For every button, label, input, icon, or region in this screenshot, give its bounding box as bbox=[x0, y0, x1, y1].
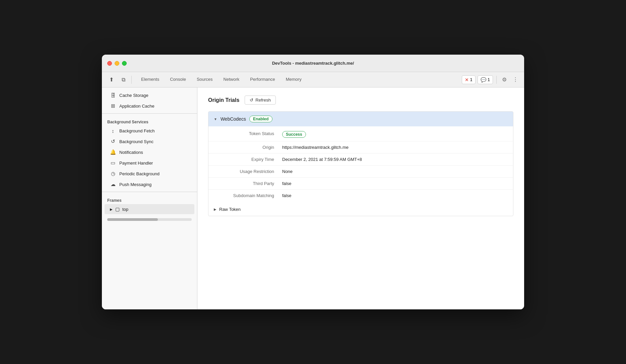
window-title: DevTools - mediastreamtrack.glitch.me/ bbox=[272, 61, 354, 66]
cursor-tool-button[interactable]: ⬆ bbox=[106, 74, 117, 85]
sidebar-item-notifications[interactable]: 🔔 Notifications bbox=[102, 147, 197, 158]
tab-network[interactable]: Network bbox=[218, 75, 245, 84]
sidebar-item-cache-storage[interactable]: 🗄 Cache Storage bbox=[102, 90, 197, 101]
sidebar-item-push-messaging[interactable]: ☁ Push Messaging bbox=[102, 179, 197, 190]
sidebar-item-notifications-label: Notifications bbox=[119, 150, 143, 155]
traffic-lights bbox=[107, 61, 127, 66]
third-party-value: false bbox=[282, 181, 291, 186]
folder-icon: ▢ bbox=[115, 206, 120, 212]
raw-token-row[interactable]: ▶ Raw Token bbox=[208, 203, 513, 216]
error-badge-button[interactable]: ✕ 1 bbox=[462, 75, 476, 84]
sidebar-divider-2 bbox=[102, 192, 197, 192]
tab-sources[interactable]: Sources bbox=[191, 75, 218, 84]
sidebar-item-payment-handler[interactable]: ▭ Payment Handler bbox=[102, 158, 197, 168]
content-header: Origin Trials ↺ Refresh bbox=[208, 96, 513, 105]
push-messaging-icon: ☁ bbox=[110, 181, 116, 187]
toolbar-right: ✕ 1 💬 1 ⚙ ⋮ bbox=[462, 75, 520, 84]
sidebar-item-application-cache-label: Application Cache bbox=[119, 104, 154, 109]
refresh-label: Refresh bbox=[255, 98, 271, 103]
detail-row-expiry: Expiry Time December 2, 2021 at 7:59:59 … bbox=[208, 154, 513, 166]
sidebar-item-background-fetch[interactable]: ↕ Background Fetch bbox=[102, 126, 197, 136]
token-status-label: Token Status bbox=[208, 131, 282, 136]
background-sync-icon: ↺ bbox=[110, 138, 116, 144]
titlebar: DevTools - mediastreamtrack.glitch.me/ bbox=[102, 55, 524, 72]
toolbar-sep-right bbox=[496, 76, 497, 84]
background-services-header: Background Services bbox=[102, 116, 197, 126]
subdomain-matching-value: false bbox=[282, 193, 291, 198]
sidebar-item-periodic-background-label: Periodic Background bbox=[119, 171, 160, 176]
sidebar-scrollbar[interactable] bbox=[107, 218, 192, 221]
success-badge: Success bbox=[282, 131, 306, 138]
raw-token-triangle-icon: ▶ bbox=[214, 207, 216, 211]
trial-name: WebCodecs bbox=[221, 116, 246, 122]
raw-token-label: Raw Token bbox=[219, 207, 241, 212]
sidebar: 🗄 Cache Storage ⊞ Application Cache Back… bbox=[102, 87, 197, 309]
frames-top-label: top bbox=[122, 207, 128, 212]
close-button[interactable] bbox=[107, 61, 112, 66]
trial-item-webcodecs: ▼ WebCodecs Enabled Token Status Success bbox=[208, 111, 513, 216]
enabled-badge: Enabled bbox=[249, 116, 272, 122]
info-count: 1 bbox=[488, 77, 490, 82]
detail-row-subdomain-matching: Subdomain Matching false bbox=[208, 190, 513, 201]
sidebar-item-cache-storage-label: Cache Storage bbox=[119, 93, 148, 98]
application-cache-icon: ⊞ bbox=[110, 103, 116, 109]
triangle-right-icon: ▶ bbox=[110, 207, 113, 211]
device-toolbar-button[interactable]: ⧉ bbox=[118, 74, 129, 85]
info-icon: 💬 bbox=[481, 77, 486, 82]
detail-row-origin: Origin https://mediastreamtrack.glitch.m… bbox=[208, 141, 513, 154]
subdomain-matching-label: Subdomain Matching bbox=[208, 193, 282, 198]
toolbar-tabs: Elements Console Sources Network Perform… bbox=[136, 75, 307, 84]
tab-elements[interactable]: Elements bbox=[136, 75, 165, 84]
minimize-button[interactable] bbox=[115, 61, 119, 66]
devtools-window: DevTools - mediastreamtrack.glitch.me/ ⬆… bbox=[102, 55, 524, 309]
cursor-icon: ⬆ bbox=[109, 76, 114, 83]
main-layout: 🗄 Cache Storage ⊞ Application Cache Back… bbox=[102, 87, 524, 309]
sidebar-item-push-messaging-label: Push Messaging bbox=[119, 182, 151, 187]
device-icon: ⧉ bbox=[122, 77, 125, 83]
origin-value: https://mediastreamtrack.glitch.me bbox=[282, 145, 349, 150]
page-title: Origin Trials bbox=[208, 97, 239, 103]
frames-header: Frames bbox=[102, 194, 197, 204]
third-party-label: Third Party bbox=[208, 181, 282, 186]
tab-console[interactable]: Console bbox=[165, 75, 191, 84]
background-fetch-icon: ↕ bbox=[110, 128, 116, 134]
periodic-bg-icon: ◷ bbox=[110, 171, 116, 177]
trial-header[interactable]: ▼ WebCodecs Enabled bbox=[208, 112, 513, 126]
refresh-button[interactable]: ↺ Refresh bbox=[245, 96, 276, 105]
sidebar-item-payment-handler-label: Payment Handler bbox=[119, 161, 153, 166]
sidebar-item-frames-top[interactable]: ▶ ▢ top bbox=[105, 204, 194, 214]
usage-restriction-value: None bbox=[282, 169, 293, 174]
error-icon: ✕ bbox=[465, 77, 469, 82]
sidebar-item-background-sync-label: Background Sync bbox=[119, 139, 153, 144]
sidebar-item-background-fetch-label: Background Fetch bbox=[119, 128, 155, 133]
usage-restriction-label: Usage Restriction bbox=[208, 169, 282, 174]
settings-icon[interactable]: ⚙ bbox=[500, 75, 509, 84]
detail-row-third-party: Third Party false bbox=[208, 178, 513, 190]
detail-row-usage-restriction: Usage Restriction None bbox=[208, 166, 513, 178]
expiry-value: December 2, 2021 at 7:59:59 AM GMT+8 bbox=[282, 157, 362, 162]
payment-handler-icon: ▭ bbox=[110, 160, 116, 166]
maximize-button[interactable] bbox=[122, 61, 127, 66]
toolbar-separator bbox=[131, 76, 132, 84]
sidebar-scrollbar-thumb bbox=[107, 218, 158, 221]
collapse-icon: ▼ bbox=[214, 117, 217, 121]
tab-memory[interactable]: Memory bbox=[280, 75, 307, 84]
info-badge-button[interactable]: 💬 1 bbox=[478, 75, 493, 84]
expiry-label: Expiry Time bbox=[208, 157, 282, 162]
content-area: Origin Trials ↺ Refresh ▼ WebCodecs Enab… bbox=[197, 87, 524, 309]
cache-storage-icon: 🗄 bbox=[110, 93, 116, 98]
notifications-icon: 🔔 bbox=[110, 149, 116, 155]
trial-details: Token Status Success Origin https://medi… bbox=[208, 126, 513, 203]
sidebar-item-periodic-background[interactable]: ◷ Periodic Background bbox=[102, 168, 197, 179]
sidebar-item-application-cache[interactable]: ⊞ Application Cache bbox=[102, 101, 197, 111]
tab-performance[interactable]: Performance bbox=[245, 75, 280, 84]
token-status-value: Success bbox=[282, 131, 306, 138]
refresh-icon: ↺ bbox=[250, 98, 253, 103]
more-icon[interactable]: ⋮ bbox=[511, 75, 520, 84]
toolbar: ⬆ ⧉ Elements Console Sources Network Per… bbox=[102, 72, 524, 87]
origin-label: Origin bbox=[208, 145, 282, 150]
error-count: 1 bbox=[470, 77, 473, 82]
sidebar-divider-1 bbox=[102, 113, 197, 114]
sidebar-item-background-sync[interactable]: ↺ Background Sync bbox=[102, 136, 197, 147]
detail-row-token-status: Token Status Success bbox=[208, 128, 513, 141]
